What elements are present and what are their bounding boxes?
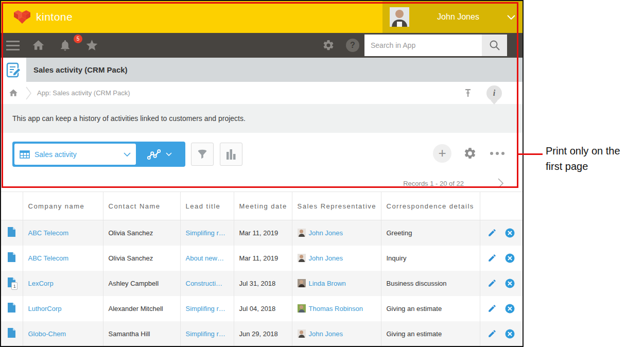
edit-record-button[interactable] <box>488 253 497 263</box>
notifications-bell-icon[interactable]: 5 <box>51 39 78 52</box>
correspondence-details: Business discussion <box>387 280 447 287</box>
table-header-row: Company name Contact Name Lead title Mee… <box>1 192 523 220</box>
brand-name: kintone <box>36 11 73 23</box>
app-icon-tab[interactable] <box>1 58 26 82</box>
pagination: Records 1 - 20 of 22 <box>403 178 523 188</box>
delete-record-button[interactable] <box>505 329 515 339</box>
line-chart-icon <box>147 149 161 160</box>
record-document-icon[interactable] <box>7 227 16 239</box>
company-name-link[interactable]: LexCorp <box>28 280 54 287</box>
kintone-logo-icon <box>13 9 31 25</box>
table-row[interactable]: LuthorCorp Alexander Mitchell Simplifing… <box>1 296 523 321</box>
pencil-icon <box>488 279 497 288</box>
close-circle-icon <box>505 228 515 238</box>
rep-name-link[interactable]: Thomas Robinson <box>309 305 363 313</box>
record-document-icon[interactable] <box>7 252 16 264</box>
pencil-icon <box>488 304 497 313</box>
annotation-text: Print only on the first page <box>546 143 620 174</box>
rep-avatar <box>298 254 306 262</box>
col-sales-representative: Sales Representative <box>292 192 381 220</box>
table-row[interactable]: ABC Telecom Olivia Sanchez Simplifing r…… <box>1 220 523 246</box>
company-name-link[interactable]: LuthorCorp <box>28 305 62 313</box>
lead-title-link[interactable]: About new… <box>186 254 224 262</box>
chevron-down-icon <box>166 152 172 156</box>
col-correspondence-details: Correspondence details <box>381 192 480 220</box>
chart-view-button[interactable] <box>136 149 183 160</box>
delete-record-button[interactable] <box>505 304 515 314</box>
bar-chart-icon <box>226 149 236 160</box>
annotated-screenshot: kintone John Jones 5 <box>0 0 644 347</box>
record-document-icon[interactable] <box>7 327 16 340</box>
app-settings-button[interactable] <box>463 147 477 162</box>
next-page-icon[interactable] <box>498 178 504 188</box>
gear-icon <box>463 147 477 160</box>
info-icon: i <box>493 89 495 98</box>
edit-record-button[interactable] <box>488 279 497 288</box>
contact-name: Alexander Mitchell <box>109 305 163 313</box>
filter-button[interactable] <box>191 143 214 166</box>
kintone-logo[interactable]: kintone <box>1 9 73 25</box>
company-name-link[interactable]: ABC Telecom <box>28 229 69 237</box>
col-actions <box>480 192 523 220</box>
search-button[interactable] <box>482 34 507 56</box>
lead-title-link[interactable]: Simplifing r… <box>186 229 225 237</box>
app-title: Sales activity (CRM Pack) <box>26 58 128 82</box>
contact-name: Samantha Hill <box>109 330 150 338</box>
view-select-dropdown[interactable]: Sales activity <box>14 144 136 165</box>
rep-name-link[interactable]: John Jones <box>309 330 343 338</box>
table-view-icon <box>20 150 30 159</box>
lead-title-link[interactable]: Simplifing r… <box>186 330 225 338</box>
favorites-star-icon[interactable] <box>78 39 105 52</box>
record-document-icon[interactable]: 1 <box>7 277 16 289</box>
lead-title-link[interactable]: Simplifing r… <box>186 305 225 313</box>
edit-record-button[interactable] <box>488 304 497 313</box>
delete-record-button[interactable] <box>505 228 515 238</box>
app-info-button[interactable]: i <box>486 85 502 101</box>
search-icon <box>489 39 501 51</box>
correspondence-details: Giving an estimate <box>387 305 442 313</box>
col-contact-name: Contact Name <box>103 192 180 220</box>
contact-name: Olivia Sanchez <box>109 229 153 237</box>
info-pointer <box>491 100 498 105</box>
meeting-date: Jun 29, 2018 <box>239 330 278 338</box>
app-header: Sales activity (CRM Pack) <box>1 58 523 82</box>
graph-button[interactable] <box>220 143 242 166</box>
rep-name-link[interactable]: John Jones <box>309 229 343 237</box>
more-options-button[interactable] <box>490 147 504 160</box>
add-record-button[interactable]: + <box>433 144 451 163</box>
close-circle-icon <box>505 279 515 288</box>
contact-name: Ashley Campbell <box>109 280 159 287</box>
comment-count-badge: 1 <box>11 282 18 290</box>
search-input[interactable] <box>364 34 482 56</box>
brand-bar: kintone John Jones <box>1 1 523 33</box>
delete-record-button[interactable] <box>505 253 515 263</box>
meeting-date: Mar 11, 2019 <box>239 254 279 262</box>
table-row[interactable]: ABC Telecom Olivia Sanchez About new… Ma… <box>1 246 523 271</box>
table-row[interactable]: Globo-Chem Samantha Hill Simplifing r… J… <box>1 321 523 346</box>
rep-name-link[interactable]: John Jones <box>309 254 343 262</box>
meeting-date: Mar 11, 2019 <box>239 229 279 237</box>
edit-record-button[interactable] <box>488 228 497 237</box>
view-name: Sales activity <box>34 150 124 159</box>
records-count-label: Records 1 - 20 of 22 <box>403 180 464 187</box>
home-icon[interactable] <box>25 39 51 52</box>
rep-name-link[interactable]: Linda Brown <box>309 280 346 287</box>
edit-record-button[interactable] <box>488 329 497 338</box>
user-menu[interactable]: John Jones <box>382 1 523 33</box>
records-table: Company name Contact Name Lead title Mee… <box>1 192 523 346</box>
contact-name: Olivia Sanchez <box>109 254 153 262</box>
breadcrumb-home-icon[interactable] <box>8 88 19 98</box>
company-name-link[interactable]: ABC Telecom <box>28 254 69 262</box>
settings-gear-icon[interactable] <box>316 39 341 51</box>
breadcrumb-separator-icon <box>26 86 32 100</box>
record-document-icon[interactable] <box>7 302 16 315</box>
table-row[interactable]: 1 LexCorp Ashley Campbell Constructi… Ju… <box>1 271 523 296</box>
pin-icon[interactable] <box>464 89 472 98</box>
lead-title-link[interactable]: Constructi… <box>186 280 223 287</box>
company-name-link[interactable]: Globo-Chem <box>28 330 66 338</box>
rep-avatar <box>298 329 306 338</box>
app-description: This app can keep a history of activitie… <box>1 104 523 133</box>
hamburger-menu-icon[interactable] <box>1 41 25 50</box>
help-icon[interactable]: ? <box>341 39 364 52</box>
delete-record-button[interactable] <box>505 279 515 288</box>
